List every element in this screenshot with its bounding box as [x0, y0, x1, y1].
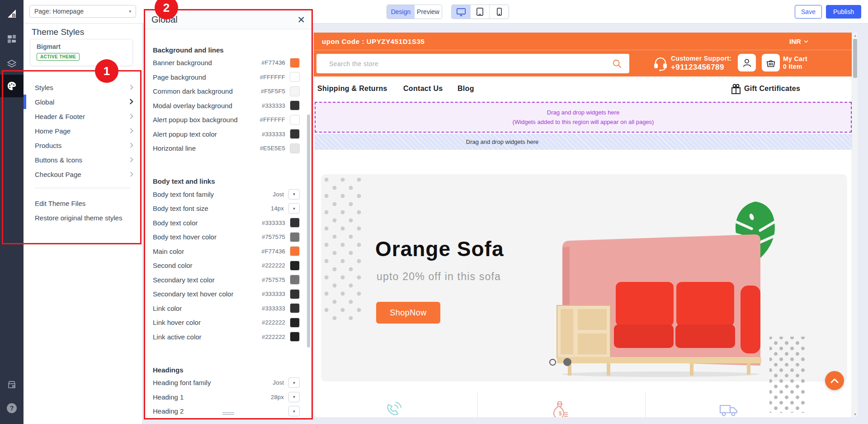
color-swatch[interactable]: [290, 289, 300, 299]
menu-item-buttons-icons[interactable]: Buttons & Icons: [24, 152, 142, 167]
scrollbar-up-arrow[interactable]: ▲: [852, 34, 858, 37]
dropdown-button[interactable]: ▾: [288, 203, 300, 214]
color-swatch[interactable]: [290, 115, 300, 125]
color-swatch[interactable]: [290, 86, 300, 96]
menu-item-global[interactable]: Global: [24, 95, 142, 109]
setting-label: Banner background: [153, 59, 212, 67]
bigcommerce-logo-icon[interactable]: B: [0, 4, 24, 24]
search-input[interactable]: [329, 60, 612, 67]
carousel-dot-1[interactable]: [549, 359, 556, 366]
edit-theme-files-link[interactable]: Edit Theme Files: [24, 196, 142, 210]
setting-label: Main color: [153, 248, 184, 255]
tablet-view-icon[interactable]: [471, 5, 490, 19]
gift-certificates-link[interactable]: Gift Certificates: [731, 76, 800, 100]
design-mode-button[interactable]: Design: [387, 5, 415, 19]
store-nav: Shipping & Returns Contact Us Blog Gift …: [314, 76, 858, 100]
dropdown-button[interactable]: ▾: [288, 377, 300, 388]
storefront-icon[interactable]: [0, 375, 24, 395]
save-button[interactable]: Save: [795, 5, 822, 19]
setting-label: Heading 1: [153, 393, 184, 401]
help-icon[interactable]: ?: [0, 398, 24, 418]
setting-row: Horizontal line#E5E5E5: [153, 141, 300, 156]
theme-styles-palette-icon[interactable]: [0, 75, 24, 97]
account-button[interactable]: [738, 54, 756, 71]
dropdown-button[interactable]: ▾: [288, 189, 300, 200]
setting-label: Heading font family: [153, 379, 211, 386]
theme-styles-panel: Theme Styles Bigmart ACTIVE THEME Styles…: [24, 24, 142, 424]
menu-item-label: Home Page: [35, 127, 71, 135]
menu-item-home-page[interactable]: Home Page: [24, 124, 142, 138]
divider: [477, 393, 478, 417]
setting-label: Body text color: [153, 219, 198, 227]
nav-blog[interactable]: Blog: [458, 76, 474, 100]
store-header: Customer Support: +91123456789 My Cart 0…: [314, 50, 858, 76]
panel-title: Theme Styles: [32, 27, 84, 37]
shop-now-button[interactable]: ShopNow: [376, 302, 440, 324]
carousel-dot-2[interactable]: [563, 358, 571, 366]
color-swatch[interactable]: [290, 261, 300, 271]
menu-item-checkout-page[interactable]: Checkout Page: [24, 167, 142, 181]
nav-shipping-returns[interactable]: Shipping & Returns: [317, 76, 387, 100]
setting-value: #757575: [262, 233, 285, 240]
color-swatch[interactable]: [290, 332, 300, 342]
setting-row: Secondary text color#757575: [153, 273, 300, 287]
close-icon[interactable]: ✕: [297, 15, 305, 24]
color-swatch[interactable]: [290, 58, 300, 68]
widget-dropzone-page[interactable]: Drag and drop widgets here: [315, 134, 852, 150]
scrollbar-down-arrow[interactable]: ▼: [852, 413, 858, 416]
restore-theme-styles-link[interactable]: Restore original theme styles: [24, 210, 142, 225]
preview-mode-button[interactable]: Preview: [415, 5, 442, 19]
store-search-bar[interactable]: [316, 54, 629, 73]
search-icon[interactable]: [612, 59, 622, 69]
menu-item-header-footer[interactable]: Header & Footer: [24, 109, 142, 124]
scrollbar-thumb[interactable]: [853, 39, 857, 78]
menu-item-styles[interactable]: Styles: [24, 80, 142, 95]
my-cart-block[interactable]: My Cart 0 Item: [783, 55, 807, 71]
cart-button[interactable]: [762, 54, 780, 71]
setting-label: Body text font size: [153, 205, 208, 212]
layers-icon[interactable]: [0, 54, 24, 74]
setting-value: #333333: [262, 102, 285, 109]
menu-item-label: Checkout Page: [35, 171, 81, 178]
dropdown-button[interactable]: ▾: [288, 406, 300, 416]
color-swatch[interactable]: [290, 143, 300, 153]
page-selector[interactable]: Page: Homepage ▾: [29, 5, 136, 18]
panel-resize-handle[interactable]: [222, 411, 234, 416]
panel-scrollbar[interactable]: [307, 114, 310, 348]
currency-value: INR: [789, 38, 801, 45]
support-phone[interactable]: +91123456789: [671, 63, 731, 72]
widget-dropzone-global[interactable]: Drag and drop widgets here (Widgets adde…: [315, 102, 852, 133]
color-swatch[interactable]: [290, 232, 300, 242]
setting-label: Heading 2: [153, 407, 184, 415]
menu-item-label: Global: [35, 98, 54, 106]
setting-row: Heading 128px▾: [153, 390, 300, 405]
color-swatch[interactable]: [290, 275, 300, 285]
panel-body: Background and lines Banner background#F…: [145, 29, 311, 418]
desktop-view-icon[interactable]: [452, 5, 471, 19]
color-swatch[interactable]: [290, 72, 300, 82]
dropdown-button[interactable]: ▾: [288, 392, 300, 402]
active-theme-card[interactable]: Bigmart ACTIVE THEME: [30, 39, 133, 66]
setting-label: Body text font family: [153, 191, 214, 198]
setting-row: Secondary text hover color#333333: [153, 287, 300, 301]
scroll-to-top-button[interactable]: [825, 371, 844, 390]
preview-scrollbar[interactable]: ▲ ▼: [852, 33, 858, 417]
currency-selector[interactable]: INR: [789, 33, 808, 50]
setting-row: Link active color#222222: [153, 330, 300, 344]
publish-button[interactable]: Publish: [826, 5, 861, 19]
chevron-right-icon: [130, 156, 133, 164]
color-swatch[interactable]: [290, 246, 300, 256]
color-swatch[interactable]: [290, 129, 300, 139]
setting-value: #333333: [262, 305, 285, 312]
chevron-right-icon: [130, 84, 133, 91]
setting-row: Alert popup text color#333333: [153, 127, 300, 142]
color-swatch[interactable]: [290, 303, 300, 313]
color-swatch[interactable]: [290, 218, 300, 228]
menu-item-products[interactable]: Products: [24, 138, 142, 152]
color-swatch[interactable]: [290, 100, 300, 110]
chevron-right-icon: [130, 113, 133, 120]
nav-contact-us[interactable]: Contact Us: [403, 76, 443, 100]
widgets-icon[interactable]: [0, 29, 24, 49]
mobile-view-icon[interactable]: [490, 5, 509, 19]
color-swatch[interactable]: [290, 318, 300, 328]
